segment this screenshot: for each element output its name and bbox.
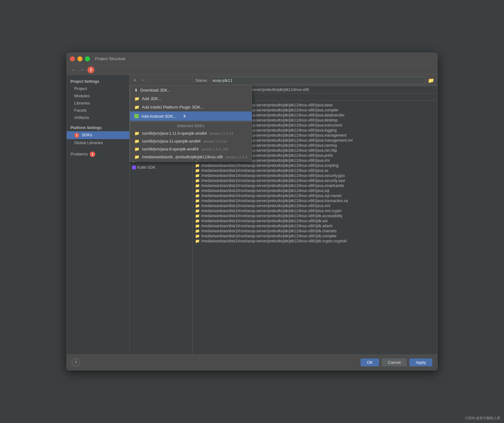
window-title: Project Structure [95,56,126,61]
path-text: /media/wanbiao/disk1t/root/aosp-server/p… [201,234,337,238]
kotlin-icon [132,166,136,169]
platform-settings-header: Platform Settings [67,124,129,131]
cancel-button[interactable]: Cancel [382,358,407,366]
sidebar-item-project[interactable]: Project [67,85,129,92]
add-jdk-item[interactable]: 📁 Add JDK... [130,94,193,103]
problems-badge: 1 [90,151,95,157]
folder-icon: 📁 [195,209,200,213]
help-button[interactable]: ? [72,358,80,367]
detected-item-2[interactable]: 📁 /usr/lib/jvm/java-8-openjdk-amd64 vers… [130,145,193,153]
path-row: 📁/media/wanbiao/disk1t/root/aosp-server/… [195,203,435,208]
project-structure-window: Project Structure ← → 2 Project Settings… [66,53,438,370]
add-sdk-button[interactable]: + [132,76,138,83]
folder-icon: 📁 [195,199,200,203]
name-bar: Name: 📁 [193,75,437,86]
path-text: /media/wanbiao/disk1t/root/aosp-server/p… [201,173,345,178]
path-row: 📁/media/wanbiao/disk1t/root/aosp-server/… [195,218,435,223]
detected-path: /usr/lib/jvm/java-1.11.0-openjdk-amd64 [142,131,193,136]
minimize-button[interactable] [77,56,82,61]
path-text: /media/wanbiao/disk1t/root/aosp-server/p… [201,219,328,223]
folder-icon: 📁 [134,96,139,101]
path-row: 📁/media/wanbiao/disk1t/root/aosp-server/… [195,223,435,228]
folder-icon: 📁 [195,239,200,243]
path-row: 📁/media/wanbiao/disk1t/root/aosp-server/… [195,188,435,193]
content-area: Project Settings Project Modules Librari… [67,75,437,354]
folder-icon: 📁 [195,178,200,183]
close-button[interactable] [70,56,75,61]
main-panel: + − ⬇ Download JDK... 📁 Add JDK. [130,75,437,354]
path-text: /media/wanbiao/disk1t/root/aosp-server/p… [201,178,345,183]
name-label: Name: [196,78,208,83]
detected-item-1[interactable]: 📁 /usr/lib/jvm/java-11-openjdk-amd64 ver… [130,137,193,145]
sdk-item-11[interactable]: Kotlin SDK [130,164,192,171]
path-row: 📁/media/wanbiao/disk1t/root/aosp-server/… [195,228,435,234]
download-jdk-item[interactable]: ⬇ Download JDK... [130,86,193,94]
folder-icon: 📁 [134,155,139,159]
folder-icon: 📁 [195,163,200,168]
path-text: /media/wanbiao/disk1t/root/aosp-server/p… [201,189,329,193]
sidebar-item-facets[interactable]: Facets [67,107,129,114]
path-text: /media/wanbiao/disk1t/root/aosp-server/p… [201,183,344,188]
name-input[interactable] [210,77,425,84]
path-row: 📁/media/wanbiao/disk1t/root/aosp-server/… [195,213,435,218]
add-android-sdk-item[interactable]: Add Android SDK... 3 [130,111,193,121]
path-text: /media/wanbiao/disk1t/root/aosp-server/p… [201,194,341,198]
back-button[interactable]: ← [70,67,77,73]
sdk-toolbar: + − [130,75,192,85]
sidebar-item-modules[interactable]: Modules [67,92,129,99]
detected-sdks-label: Detected SDKs [130,122,193,129]
path-text: /media/wanbiao/disk1t/root/aosp-server/p… [201,209,342,213]
dropdown-menu-overlay: ⬇ Download JDK... 📁 Add JDK... 📁 Add Int… [130,85,193,162]
path-row: 📁/media/wanbiao/disk1t/root/aosp-server/… [195,168,435,173]
sidebar-item-global-libraries[interactable]: Global Libraries [67,139,129,146]
remove-sdk-button[interactable]: − [140,76,147,83]
download-icon: ⬇ [134,88,138,93]
detected-path: /usr/lib/jvm/java-8-openjdk-amd64 [142,147,193,151]
folder-icon: 📁 [195,229,200,233]
path-row: 📁/media/wanbiao/disk1t/root/aosp-server/… [195,173,435,178]
path-text: /media/wanbiao/disk1t/root/aosp-server/p… [201,199,348,203]
dropdown-separator [130,121,193,122]
path-row: 📁/media/wanbiao/disk1t/root/aosp-server/… [195,183,435,188]
sdk-list-panel: + − ⬇ Download JDK... 📁 Add JDK. [130,75,193,354]
path-text: /media/wanbiao/disk1t/root/aosp-server/p… [201,163,339,168]
maximize-button[interactable] [85,56,90,61]
path-row: 📁/media/wanbiao/disk1t/root/aosp-server/… [195,163,435,168]
detected-path: /media/wanbiao/di.../prebuilts/jdk/jdk11… [142,155,193,159]
path-text: /media/wanbiao/disk1t/root/aosp-server/p… [201,229,337,233]
path-row: 📁/media/wanbiao/disk1t/root/aosp-server/… [195,193,435,198]
detected-path: /usr/lib/jvm/java-11-openjdk-amd64 [142,139,193,144]
path-text: /media/wanbiao/disk1t/root/aosp-server/p… [201,239,347,243]
path-row: 📁/media/wanbiao/disk1t/root/aosp-server/… [195,178,435,183]
path-text: /media/wanbiao/disk1t/root/aosp-server/p… [201,224,333,228]
folder-icon: 📁 [195,168,200,173]
folder-icon: 📁 [195,224,200,228]
path-row: 📁/media/wanbiao/disk1t/root/aosp-server/… [195,198,435,203]
browse-folder-button[interactable]: 📁 [428,77,434,83]
path-row: 📁/media/wanbiao/disk1t/root/aosp-server/… [195,239,435,244]
watermark: CSDN @安仔都有人用 [465,416,500,420]
bottom-bar: ? OK Cancel Apply [67,354,437,370]
add-intellij-sdk-item[interactable]: 📁 Add IntelliJ Platform Plugin SDK... [130,103,193,111]
sidebar-item-libraries[interactable]: Libraries [67,99,129,107]
folder-icon: 📁 [134,131,139,136]
folder-icon: 📁 [195,219,200,223]
path-row: 📁/media/wanbiao/disk1t/root/aosp-server/… [195,234,435,239]
folder-icon: 📁 [195,214,200,218]
problems-row: Problems 1 [67,150,129,158]
sidebar-item-artifacts[interactable]: Artifacts [67,114,129,121]
titlebar: Project Structure [67,53,437,65]
intellij-icon: 📁 [134,105,139,110]
step2-badge: 2 [87,66,94,73]
apply-button[interactable]: Apply [409,358,432,366]
detected-item-3[interactable]: 📁 /media/wanbiao/di.../prebuilts/jdk/jdk… [130,153,193,161]
detected-item-0[interactable]: 📁 /usr/lib/jvm/java-1.11.0-openjdk-amd64… [130,129,193,137]
ok-button[interactable]: OK [361,358,379,366]
folder-icon: 📁 [195,204,200,208]
sidebar-item-sdks[interactable]: 1 SDKs [67,131,129,139]
folder-icon: 📁 [134,147,139,151]
forward-button[interactable]: → [79,67,86,73]
sidebar: Project Settings Project Modules Librari… [67,75,130,354]
problems-label: Problems [70,152,88,156]
nav-bar: ← → 2 [67,65,437,75]
